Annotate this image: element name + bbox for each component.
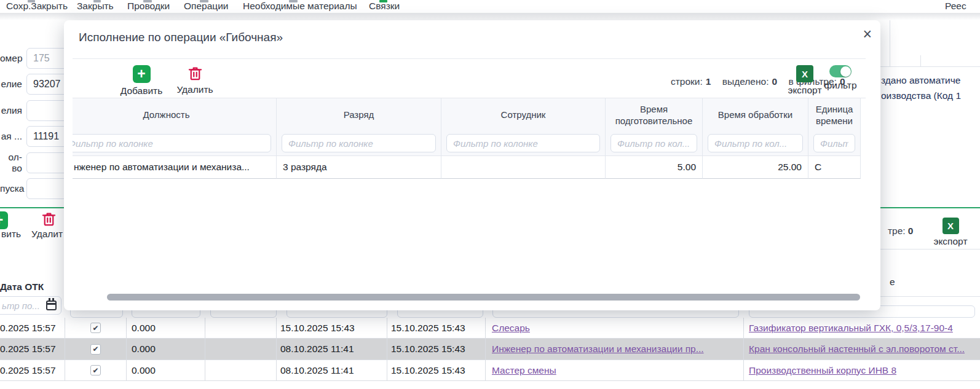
delete-button[interactable]: Удалить [167, 65, 223, 95]
trash-icon [187, 65, 204, 82]
panel-border [890, 20, 890, 66]
dialog-title: Исполнение по операции «Гибочная» [79, 31, 283, 44]
filter-count-partial: тре:0 [888, 226, 913, 237]
execution-table: Должность Разряд Сотрудник Время подгото… [73, 98, 861, 179]
delete-button-label: Удалит [31, 229, 63, 240]
trash-icon [41, 211, 57, 227]
cell-prep-time[interactable]: 5.00 [606, 155, 703, 179]
partial-header-text: е [890, 277, 895, 288]
plus-icon: + [133, 65, 151, 83]
form-row: пуска [0, 178, 71, 199]
filter-toggle[interactable]: фильтр [813, 65, 868, 91]
add-button[interactable]: + Добавить [114, 65, 169, 96]
cell-amount: 0.000 [127, 339, 205, 360]
date-otk-filter[interactable] [0, 296, 61, 315]
close-icon[interactable]: × [863, 26, 872, 42]
field-label-product2: елия [0, 105, 22, 116]
toggle-on-icon[interactable] [829, 65, 852, 77]
cell-equipment-link: Газификатор вертикальный ГХК, 0,5/3,17-9… [744, 318, 980, 338]
auto-created-note: здано автоматиче оизводства (Код 1 [881, 73, 961, 103]
operation-execution-dialog: Исполнение по операции «Гибочная» × + До… [64, 20, 880, 310]
cell-equipment-link: Производственный корпус ИНВ 8 [744, 360, 980, 380]
filter-toggle-label: фильтр [824, 80, 856, 91]
panel-border [880, 296, 980, 297]
menu-item-registry[interactable]: Реес [945, 1, 966, 12]
delete-button-background[interactable] [41, 211, 57, 230]
panel-border [920, 55, 921, 66]
filter-cell [703, 131, 808, 155]
field-label-release: пуска [0, 183, 22, 194]
cell-time-unit[interactable]: С [808, 155, 861, 179]
rows-count-label: строки: [671, 76, 703, 87]
cell-empty [205, 360, 277, 380]
field-label-number: омер [0, 53, 22, 64]
form-row: елие [0, 74, 71, 95]
cell-equipment-link: Кран консольный настенный с эл.поворотом… [744, 339, 980, 360]
column-header-employee: Сотрудник [441, 98, 606, 131]
selected-count-label: выделено: [722, 76, 769, 87]
cell-position[interactable]: нженер по автоматизации и механиза... [73, 155, 277, 179]
form-row: омер [0, 48, 71, 69]
menubar: Сохр.Закрыть Закрыть Проводки Операции Н… [0, 0, 980, 13]
position-link[interactable]: Инженер по автоматизации и механизации п… [492, 344, 704, 355]
cell-grade[interactable]: 3 разряда [277, 155, 441, 179]
position-link[interactable]: Мастер смены [492, 365, 556, 376]
table-row[interactable]: 0.2025 15:57 ✔ 0.000 08.10.2025 11:41 15… [0, 360, 980, 381]
proc-time-filter-input[interactable] [708, 134, 803, 152]
checkbox-checked[interactable]: ✔ [90, 344, 101, 355]
selected-count-value: 0 [772, 76, 777, 87]
cell-amount: 0.000 [127, 360, 205, 380]
checkbox-checked[interactable]: ✔ [90, 365, 101, 375]
filter-cell [606, 131, 703, 155]
menu-item-materials[interactable]: Необходимые материалы [243, 1, 357, 12]
table-row[interactable]: 0.2025 15:57 ✔ 0.000 15.10.2025 15:43 15… [0, 318, 980, 339]
position-filter-input[interactable] [73, 134, 271, 152]
menu-item-close[interactable]: Закрыть [77, 1, 114, 12]
form-row: ол-во [0, 152, 71, 173]
cell-position-link: Мастер смены [486, 360, 744, 380]
add-button-background[interactable]: + [0, 211, 8, 229]
cell-datetime: 0.2025 15:57 [0, 339, 65, 360]
checkbox-checked[interactable]: ✔ [90, 323, 101, 333]
cell-empty [205, 339, 277, 360]
menu-item-postings[interactable]: Проводки [127, 1, 170, 12]
plus-icon: + [0, 211, 8, 229]
prep-time-filter-input[interactable] [611, 134, 697, 152]
cell-position-link: Слесарь [486, 318, 744, 338]
cell-date-end: 15.10.2025 15:43 [387, 360, 486, 380]
equipment-link[interactable]: Кран консольный настенный с эл.поворотом… [749, 344, 965, 355]
column-header-time-unit: Единица времени [808, 98, 861, 131]
equipment-link[interactable]: Газификатор вертикальный ГХК, 0,5/3,17-9… [749, 323, 953, 334]
cell-date-end: 15.10.2025 15:43 [387, 339, 486, 360]
filter-cell [277, 131, 441, 155]
menu-item-operations[interactable]: Операции [184, 1, 229, 12]
cell-employee[interactable] [441, 155, 606, 179]
add-button-label: вить [1, 229, 21, 240]
application-window: Сохр.Закрыть Закрыть Проводки Операции Н… [0, 0, 980, 389]
cell-datetime: 0.2025 15:57 [0, 318, 65, 338]
employee-filter-input[interactable] [446, 134, 600, 152]
table-row-selected[interactable]: 0.2025 15:57 ✔ 0.000 08.10.2025 11:41 15… [0, 339, 980, 360]
cell-date-start: 08.10.2025 11:41 [277, 360, 387, 380]
menu-item-save-close[interactable]: Сохр.Закрыть [6, 1, 68, 12]
panel-border [880, 66, 980, 67]
cell-date-end: 15.10.2025 15:43 [387, 318, 486, 338]
column-header-grade: Разряд [277, 98, 441, 131]
cell-date-start: 08.10.2025 11:41 [277, 339, 387, 360]
column-header-proc-time: Время обработки [703, 98, 808, 131]
equipment-link[interactable]: Производственный корпус ИНВ 8 [749, 365, 896, 376]
grade-filter-input[interactable] [282, 134, 436, 152]
horizontal-scrollbar-thumb[interactable] [107, 294, 860, 301]
time-unit-filter-input[interactable] [813, 134, 855, 152]
cell-checkbox: ✔ [65, 360, 127, 380]
excel-export-icon: X [942, 218, 959, 234]
position-link[interactable]: Слесарь [492, 323, 530, 334]
date-otk-filter-input[interactable] [2, 301, 45, 311]
export-button-right[interactable]: X экспорт [930, 218, 971, 247]
calendar-icon[interactable] [46, 301, 57, 310]
cell-proc-time[interactable]: 25.00 [703, 155, 808, 179]
menu-item-links[interactable]: Связки [369, 1, 400, 12]
cell-position-link: Инженер по автоматизации и механизации п… [486, 339, 744, 360]
column-header-position: Должность [73, 98, 277, 131]
field-label-quantity: ол-во [0, 152, 22, 174]
